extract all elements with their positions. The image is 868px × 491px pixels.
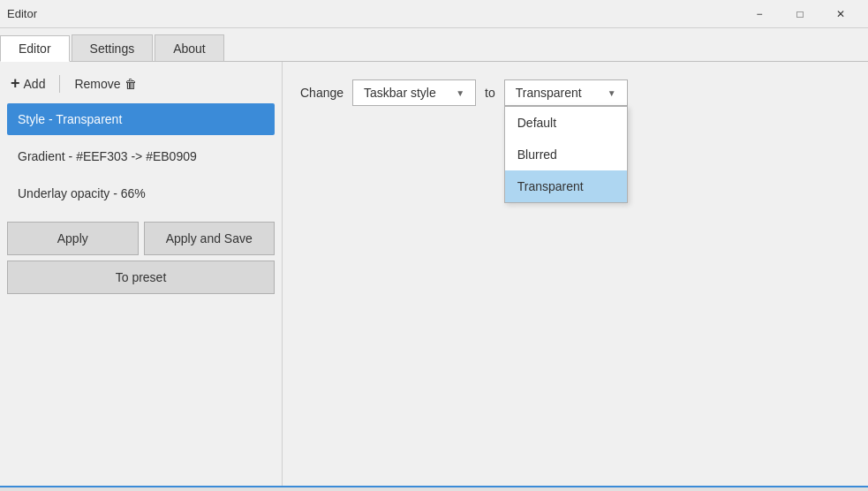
value-dropdown-container: Transparent ▼ Default Blurred Transparen… — [504, 79, 628, 106]
list-item-style-transparent[interactable]: Style - Transparent — [7, 103, 275, 135]
action-buttons: Apply Apply and Save To preset — [7, 222, 275, 294]
window-title: Editor — [7, 7, 37, 20]
value-dropdown[interactable]: Transparent ▼ — [504, 79, 628, 106]
remove-button[interactable]: Remove 🗑 — [71, 75, 140, 93]
option-transparent[interactable]: Transparent — [505, 170, 627, 202]
option-blurred[interactable]: Blurred — [505, 139, 627, 170]
maximize-button[interactable]: □ — [780, 0, 820, 28]
to-preset-button[interactable]: To preset — [7, 261, 275, 294]
chevron-down-icon-2: ▼ — [608, 88, 616, 98]
chevron-down-icon: ▼ — [456, 88, 464, 98]
tab-bar: Editor Settings About — [0, 28, 868, 62]
taskbar-style-dropdown[interactable]: Taskbar style ▼ — [352, 79, 476, 106]
window-controls: − □ ✕ — [739, 0, 861, 28]
change-row: Change Taskbar style ▼ to Transparent ▼ — [300, 79, 850, 106]
apply-and-save-button[interactable]: Apply and Save — [144, 222, 275, 255]
to-label: to — [485, 86, 495, 100]
main-content: + Add Remove 🗑 Style - Transparent Gradi… — [0, 62, 868, 486]
tab-settings[interactable]: Settings — [72, 34, 154, 61]
bottom-bar — [0, 486, 868, 491]
right-panel: Change Taskbar style ▼ to Transparent ▼ — [283, 62, 868, 486]
apply-button[interactable]: Apply — [7, 222, 139, 255]
add-button[interactable]: + Add — [7, 72, 49, 94]
tab-about[interactable]: About — [155, 34, 224, 61]
change-label: Change — [300, 86, 343, 100]
list-item-gradient[interactable]: Gradient - #EEF303 -> #EB0909 — [7, 140, 275, 172]
close-button[interactable]: ✕ — [820, 0, 861, 28]
action-row-2: To preset — [7, 261, 275, 294]
action-row-1: Apply Apply and Save — [7, 222, 275, 255]
title-bar: Editor − □ ✕ — [0, 0, 868, 28]
taskbar-style-dropdown-container: Taskbar style ▼ — [352, 79, 476, 106]
trash-icon: 🗑 — [125, 77, 137, 91]
toolbar-separator — [59, 75, 60, 93]
list-item-underlay-opacity[interactable]: Underlay opacity - 66% — [7, 178, 275, 209]
tab-editor[interactable]: Editor — [0, 35, 70, 62]
option-default[interactable]: Default — [505, 107, 627, 139]
toolbar: + Add Remove 🗑 — [7, 69, 275, 98]
minimize-button[interactable]: − — [739, 0, 780, 28]
value-dropdown-menu: Default Blurred Transparent — [504, 106, 628, 203]
left-panel: + Add Remove 🗑 Style - Transparent Gradi… — [0, 62, 283, 486]
plus-icon: + — [11, 74, 20, 93]
